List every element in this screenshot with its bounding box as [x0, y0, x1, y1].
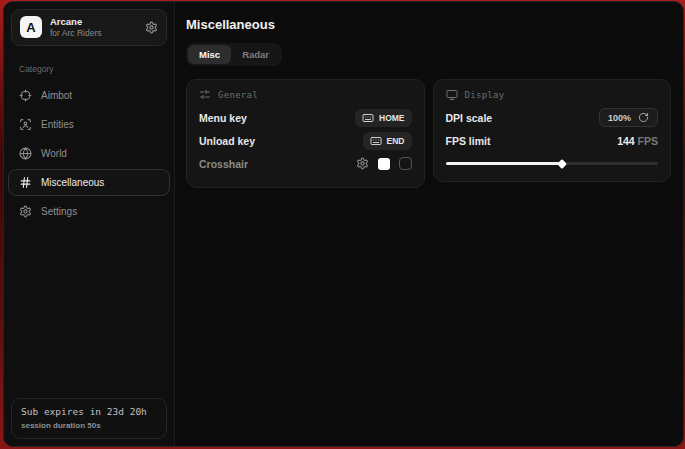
category-section-label: Category	[19, 64, 174, 74]
fps-limit-slider[interactable]	[446, 162, 659, 165]
tab-misc[interactable]: Misc	[188, 45, 231, 64]
monitor-icon	[446, 89, 458, 101]
app-identity: Arcane for Arc Riders	[50, 16, 102, 39]
keyboard-icon	[362, 112, 374, 124]
crosshair-target-icon	[19, 89, 32, 102]
session-duration: session duration 50s	[21, 421, 157, 430]
unload-key-bind-button[interactable]: END	[363, 132, 412, 150]
menu-key-label: Menu key	[199, 112, 247, 124]
menu-key-bind-button[interactable]: HOME	[355, 109, 412, 127]
dpi-scale-value: 100%	[608, 113, 631, 123]
gear-icon	[19, 205, 32, 218]
menu-key-row: Menu key HOME	[199, 106, 412, 129]
globe-icon	[19, 147, 32, 160]
app-window: A Arcane for Arc Riders Category Aimbot …	[3, 1, 684, 447]
sidebar-item-world[interactable]: World	[8, 140, 170, 167]
fps-limit-value-wrap: 144 FPS	[617, 135, 658, 147]
fps-limit-unit: FPS	[638, 135, 658, 147]
sidebar: A Arcane for Arc Riders Category Aimbot …	[4, 2, 175, 446]
display-card-header: Display	[446, 89, 659, 101]
fps-slider-fill	[446, 162, 563, 165]
subscription-expiry: Sub expires in 23d 20h	[21, 406, 157, 417]
sidebar-item-entities[interactable]: Entities	[8, 111, 170, 138]
settings-cards: General Menu key HOME Unload key	[186, 79, 671, 188]
scan-person-icon	[19, 118, 32, 131]
crosshair-row: Crosshair	[199, 152, 412, 175]
sidebar-item-label: Settings	[41, 206, 77, 217]
dpi-scale-button[interactable]: 100%	[599, 108, 658, 127]
fps-limit-value: 144	[617, 135, 635, 147]
refresh-cycle-icon	[638, 112, 649, 123]
display-card-title: Display	[465, 90, 505, 100]
hash-grid-icon	[19, 176, 32, 189]
sidebar-item-miscellaneous[interactable]: Miscellaneous	[8, 169, 170, 196]
crosshair-label: Crosshair	[199, 158, 248, 170]
app-title: Arcane	[50, 16, 102, 28]
crosshair-controls	[356, 157, 412, 170]
main-content: Miscellaneous Misc Radar General Menu ke…	[175, 2, 683, 446]
dpi-scale-label: DPI scale	[446, 112, 493, 124]
sidebar-item-label: Aimbot	[41, 90, 72, 101]
sidebar-item-aimbot[interactable]: Aimbot	[8, 82, 170, 109]
unload-key-label: Unload key	[199, 135, 255, 147]
fps-limit-row: FPS limit 144 FPS	[446, 129, 659, 152]
general-card-title: General	[218, 90, 258, 100]
crosshair-checkbox[interactable]	[399, 157, 412, 170]
sidebar-header-card: A Arcane for Arc Riders	[11, 9, 167, 46]
gear-icon[interactable]	[356, 157, 369, 170]
page-title: Miscellaneous	[186, 17, 671, 32]
menu-key-value: HOME	[379, 113, 405, 123]
sidebar-item-label: Miscellaneous	[41, 177, 104, 188]
fps-slider-thumb[interactable]	[557, 159, 567, 169]
fps-limit-label: FPS limit	[446, 135, 491, 147]
tab-bar: Misc Radar	[186, 43, 282, 66]
sidebar-item-label: Entities	[41, 119, 74, 130]
sidebar-item-label: World	[41, 148, 67, 159]
sliders-icon	[199, 89, 211, 101]
sidebar-item-settings[interactable]: Settings	[8, 198, 170, 225]
general-card-header: General	[199, 89, 412, 101]
unload-key-value: END	[387, 136, 405, 146]
keyboard-icon	[370, 135, 382, 147]
dpi-scale-row: DPI scale 100%	[446, 106, 659, 129]
gear-icon[interactable]	[145, 21, 158, 34]
general-card: General Menu key HOME Unload key	[186, 79, 425, 188]
subscription-info-card: Sub expires in 23d 20h session duration …	[11, 398, 167, 439]
tab-radar[interactable]: Radar	[231, 45, 280, 64]
app-logo: A	[20, 16, 42, 38]
display-card: Display DPI scale 100% FPS limit 144	[433, 79, 672, 182]
crosshair-color-swatch[interactable]	[378, 158, 390, 170]
unload-key-row: Unload key END	[199, 129, 412, 152]
app-subtitle: for Arc Riders	[50, 28, 102, 39]
